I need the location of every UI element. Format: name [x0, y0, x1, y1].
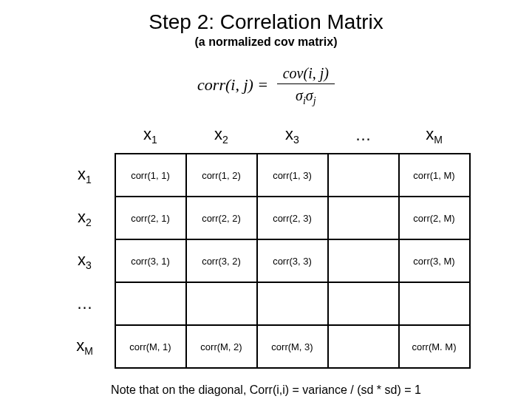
sigma-i: σ: [296, 87, 303, 103]
cell-1-4: [328, 154, 399, 197]
formula-denominator: σiσj: [277, 84, 335, 107]
formula-numerator: cov(i, j): [277, 65, 335, 84]
row-header-ellipsis: …: [62, 282, 115, 325]
corner-empty: [62, 120, 115, 154]
row-header-xM: xM: [62, 325, 115, 368]
cell-3-3: corr(3, 3): [257, 239, 328, 282]
col-header-x3: x3: [257, 120, 328, 154]
cell-5-3: corr(M, 3): [257, 325, 328, 368]
row-x1-base: x: [78, 165, 86, 183]
formula-lhs: corr(i, j) =: [197, 75, 268, 94]
cell-3-2: corr(3, 2): [186, 239, 257, 282]
cell-4-3: [257, 282, 328, 325]
cell-2-2: corr(2, 2): [186, 197, 257, 239]
row-xM-base: x: [76, 336, 84, 355]
table-row: x2 corr(2, 1) corr(2, 2) corr(2, 3) corr…: [62, 197, 470, 239]
sigma-j-sub: j: [313, 95, 316, 106]
row-x3-base: x: [78, 250, 86, 269]
col-x2-base: x: [214, 125, 222, 143]
row-header-x3: x3: [62, 239, 115, 282]
correlation-matrix-table: x1 x2 x3 … xM x1 corr(1, 1) corr(1, 2) c…: [62, 120, 471, 369]
cell-5-4: [328, 325, 399, 368]
formula-fraction: cov(i, j) σiσj: [277, 65, 335, 107]
col-xM-base: x: [426, 125, 434, 143]
cell-2-4: [328, 197, 399, 239]
table-row: xM corr(M, 1) corr(M, 2) corr(M, 3) corr…: [62, 325, 470, 368]
matrix-container: x1 x2 x3 … xM x1 corr(1, 1) corr(1, 2) c…: [59, 120, 473, 369]
cell-2-3: corr(2, 3): [257, 197, 328, 239]
column-header-row: x1 x2 x3 … xM: [62, 120, 470, 154]
slide: Step 2: Correlation Matrix (a normalized…: [0, 0, 532, 399]
col-xM-sub: M: [434, 134, 443, 146]
row-x3-sub: 3: [86, 260, 92, 272]
cell-5-2: corr(M, 2): [186, 325, 257, 368]
row-x1-sub: 1: [86, 174, 92, 186]
col-x3-sub: 3: [293, 134, 299, 146]
row-header-x2: x2: [62, 197, 115, 239]
correlation-formula: corr(i, j) = cov(i, j) σiσj: [0, 65, 532, 107]
row-xM-sub: M: [84, 346, 93, 358]
col-x2-sub: 2: [222, 134, 228, 146]
cell-4-5: [399, 282, 470, 325]
cell-1-5: corr(1, M): [399, 154, 470, 197]
col-x1-sub: 1: [151, 134, 157, 146]
footer-note: Note that on the diagonal, Corr(i,i) = v…: [0, 383, 532, 397]
col-header-x2: x2: [186, 120, 257, 154]
col-x3-base: x: [285, 125, 293, 143]
cell-3-4: [328, 239, 399, 282]
col-header-x1: x1: [115, 120, 186, 154]
cell-5-5: corr(M. M): [399, 325, 470, 368]
cell-2-5: corr(2, M): [399, 197, 470, 239]
cell-1-2: corr(1, 2): [186, 154, 257, 197]
sigma-j: σ: [306, 87, 313, 103]
cell-4-1: [115, 282, 186, 325]
col-header-ellipsis: …: [328, 120, 399, 154]
table-row: x1 corr(1, 1) corr(1, 2) corr(1, 3) corr…: [62, 154, 470, 197]
table-row: …: [62, 282, 470, 325]
row-x2-base: x: [78, 208, 86, 226]
cell-1-3: corr(1, 3): [257, 154, 328, 197]
cell-5-1: corr(M, 1): [115, 325, 186, 368]
col-header-xM: xM: [399, 120, 470, 154]
col-x1-base: x: [143, 125, 151, 143]
row-x2-sub: 2: [86, 217, 92, 229]
page-subtitle: (a normalized cov matrix): [0, 35, 532, 49]
cell-4-4: [328, 282, 399, 325]
page-title: Step 2: Correlation Matrix: [0, 0, 532, 34]
row-header-x1: x1: [62, 154, 115, 197]
table-row: x3 corr(3, 1) corr(3, 2) corr(3, 3) corr…: [62, 239, 470, 282]
cell-3-1: corr(3, 1): [115, 239, 186, 282]
cell-2-1: corr(2, 1): [115, 197, 186, 239]
cell-1-1: corr(1, 1): [115, 154, 186, 197]
cell-3-5: corr(3, M): [399, 239, 470, 282]
cell-4-2: [186, 282, 257, 325]
